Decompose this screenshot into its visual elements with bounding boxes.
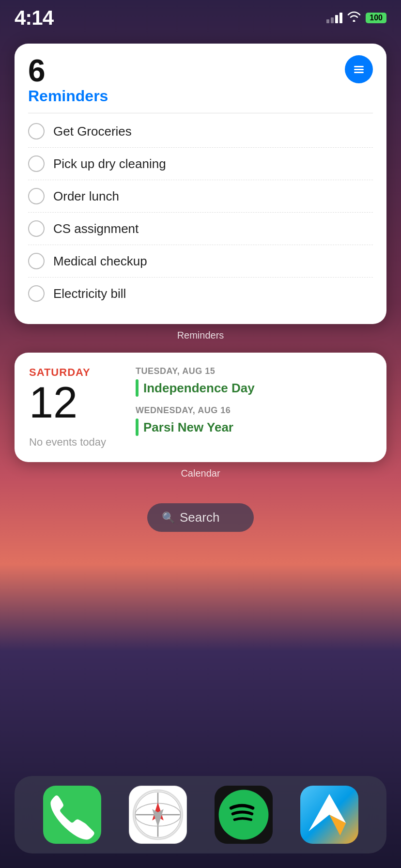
reminder-item[interactable]: Pick up dry cleaning — [28, 148, 373, 180]
search-icon: 🔍 — [162, 512, 175, 524]
status-bar: 4:14 100 — [0, 0, 401, 29]
reminders-widget-label: Reminders — [0, 330, 401, 341]
reminders-widget: 6 Reminders Get Groceries Pick up dry cl… — [15, 44, 386, 324]
reminder-item[interactable]: Medical checkup — [28, 245, 373, 278]
reminder-checkbox[interactable] — [28, 188, 45, 204]
calendar-right: TUESDAY, AUG 15 Independence Day WEDNESD… — [136, 366, 372, 449]
cal-event-name-1: Independence Day — [143, 381, 255, 396]
wifi-icon — [347, 11, 361, 25]
reminder-checkbox[interactable] — [28, 253, 45, 269]
dock-phone-icon[interactable] — [43, 786, 101, 844]
reminder-text: Get Groceries — [53, 124, 132, 139]
svg-rect-1 — [354, 69, 364, 70]
reminder-item[interactable]: CS assignment — [28, 213, 373, 245]
search-bar[interactable]: 🔍 Search — [147, 503, 254, 532]
reminder-checkbox[interactable] — [28, 285, 45, 302]
cal-no-events: No events today — [29, 436, 126, 449]
reminder-text: CS assignment — [53, 221, 139, 236]
reminders-header: 6 Reminders — [28, 55, 373, 105]
reminder-text: Pick up dry cleaning — [53, 156, 166, 171]
cal-event-date-1: TUESDAY, AUG 15 — [136, 366, 372, 376]
calendar-layout: SATURDAY 12 No events today TUESDAY, AUG… — [29, 366, 372, 449]
search-section: 🔍 Search — [0, 503, 401, 532]
cal-event-bar-1 — [136, 379, 139, 397]
reminder-checkbox[interactable] — [28, 220, 45, 237]
status-time: 4:14 — [15, 6, 53, 30]
calendar-widget-label: Calendar — [0, 468, 401, 479]
cal-event-name-2: Parsi New Year — [143, 420, 233, 435]
reminders-list: Get Groceries Pick up dry cleaning Order… — [28, 115, 373, 310]
reminder-text: Electricity bill — [53, 286, 126, 301]
reminder-item[interactable]: Get Groceries — [28, 115, 373, 148]
svg-rect-0 — [354, 66, 364, 67]
reminder-checkbox[interactable] — [28, 155, 45, 172]
battery-icon: 100 — [366, 13, 386, 23]
svg-rect-2 — [354, 72, 364, 73]
dock-safari-icon[interactable] — [129, 786, 187, 844]
reminder-text: Order lunch — [53, 189, 119, 204]
cal-event-item-1: Independence Day — [136, 379, 372, 397]
reminder-checkbox[interactable] — [28, 123, 45, 140]
search-label: Search — [180, 510, 219, 525]
status-icons: 100 — [326, 11, 386, 25]
dock-copilot-icon[interactable] — [300, 786, 358, 844]
cal-event-item-2: Parsi New Year — [136, 418, 372, 436]
reminders-count: 6 — [28, 55, 108, 86]
dock-spotify-icon[interactable] — [215, 786, 273, 844]
reminders-title-block: 6 Reminders — [28, 55, 108, 105]
dock — [15, 776, 386, 853]
cal-event-bar-2 — [136, 418, 139, 436]
calendar-left: SATURDAY 12 No events today — [29, 366, 126, 449]
signal-icon — [326, 13, 342, 23]
reminder-text: Medical checkup — [53, 254, 147, 269]
cal-day-name: SATURDAY — [29, 366, 126, 379]
reminders-divider — [28, 113, 373, 113]
cal-event-date-2: WEDNESDAY, AUG 16 — [136, 405, 372, 416]
reminder-item[interactable]: Order lunch — [28, 180, 373, 213]
calendar-widget: SATURDAY 12 No events today TUESDAY, AUG… — [15, 353, 386, 462]
reminder-item[interactable]: Electricity bill — [28, 278, 373, 310]
cal-day-number: 12 — [29, 381, 126, 424]
reminders-icon-button[interactable] — [345, 55, 373, 83]
reminders-title: Reminders — [28, 87, 108, 105]
svg-point-10 — [218, 790, 268, 840]
